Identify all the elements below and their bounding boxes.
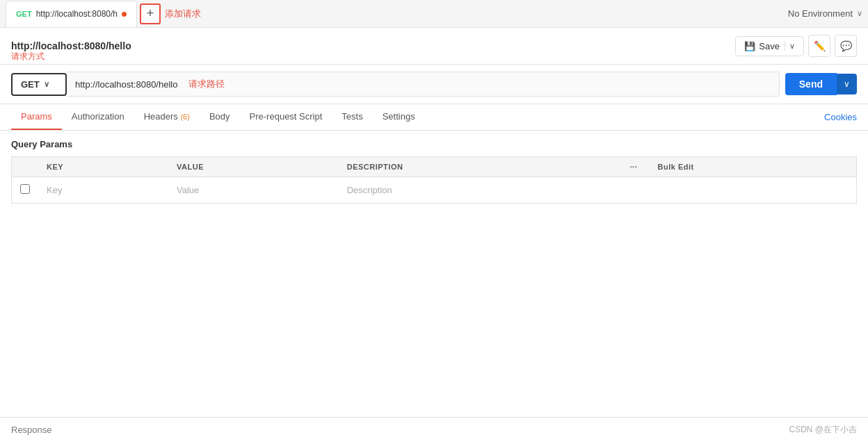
url-actions: 💾 Save ∨ ✏️ 💬 bbox=[735, 35, 857, 57]
environment-selector[interactable]: No Environment ∨ bbox=[788, 8, 862, 19]
method-label-annotation: 请求方式 bbox=[11, 51, 45, 63]
key-cell[interactable]: Key bbox=[38, 177, 168, 204]
send-chevron-icon: ∨ bbox=[844, 79, 850, 89]
tab-prerequest-label: Pre-request Script bbox=[250, 111, 323, 122]
th-checkbox bbox=[12, 157, 39, 177]
row-checkbox-cell[interactable] bbox=[12, 177, 39, 204]
tab-headers-label: Headers bbox=[144, 111, 178, 122]
description-cell[interactable]: Description bbox=[339, 177, 622, 204]
query-params-title: Query Params bbox=[11, 139, 857, 149]
tab-settings-label: Settings bbox=[383, 111, 415, 122]
method-chevron-icon: ∨ bbox=[44, 80, 49, 89]
request-tabs: Params Authorization Headers (6) Body Pr… bbox=[0, 104, 868, 131]
request-line: 请求方式 GET ∨ http://localhost:8080/hello 请… bbox=[0, 65, 868, 104]
method-value: GET bbox=[21, 79, 40, 90]
method-badge: GET bbox=[16, 10, 32, 18]
tab-tests[interactable]: Tests bbox=[332, 104, 372, 130]
env-label: No Environment bbox=[788, 8, 853, 19]
tab-tests-label: Tests bbox=[341, 111, 362, 122]
value-cell[interactable]: Value bbox=[168, 177, 339, 204]
table-header-row: KEY VALUE DESCRIPTION ··· Bulk Edit bbox=[12, 157, 857, 177]
add-tab-button[interactable]: + bbox=[140, 3, 161, 24]
request-tab[interactable]: GET http://localhost:8080/h bbox=[6, 1, 137, 27]
chevron-down-icon: ∨ bbox=[857, 9, 862, 18]
edit-button[interactable]: ✏️ bbox=[808, 35, 830, 57]
unsaved-dot bbox=[122, 12, 127, 17]
send-dropdown-button[interactable]: ∨ bbox=[837, 74, 857, 95]
th-bulk-edit[interactable]: Bulk Edit bbox=[650, 157, 857, 177]
save-button[interactable]: 💾 Save ∨ bbox=[735, 36, 804, 56]
headers-badge: (6) bbox=[180, 113, 189, 121]
method-selector[interactable]: GET ∨ bbox=[11, 73, 67, 96]
save-label: Save bbox=[759, 41, 780, 51]
th-description: DESCRIPTION bbox=[339, 157, 622, 177]
tab-headers[interactable]: Headers (6) bbox=[134, 104, 200, 130]
dots-cell bbox=[622, 177, 650, 204]
url-input-value: http://localhost:8080/hello bbox=[75, 79, 177, 90]
table-row: Key Value Description bbox=[12, 177, 857, 204]
row-checkbox[interactable] bbox=[20, 184, 30, 194]
params-section: Query Params KEY VALUE DESCRIPTION ··· B… bbox=[0, 131, 868, 204]
th-value: VALUE bbox=[168, 157, 339, 177]
add-tab-label: 添加请求 bbox=[165, 8, 201, 20]
th-dots: ··· bbox=[622, 157, 650, 177]
params-table: KEY VALUE DESCRIPTION ··· Bulk Edit Key … bbox=[11, 156, 857, 204]
url-bar: http://localhost:8080/hello 💾 Save ∨ ✏️ … bbox=[0, 28, 868, 65]
tab-params[interactable]: Params bbox=[11, 104, 62, 130]
tab-body[interactable]: Body bbox=[200, 104, 240, 130]
edit-icon: ✏️ bbox=[814, 40, 826, 51]
send-main-button[interactable]: Send bbox=[785, 73, 837, 95]
th-key: KEY bbox=[38, 157, 168, 177]
tab-url: http://localhost:8080/h bbox=[36, 9, 118, 19]
send-button-group: Send ∨ bbox=[785, 73, 857, 95]
cookies-link[interactable]: Cookies bbox=[824, 112, 857, 122]
save-chevron-icon[interactable]: ∨ bbox=[785, 42, 795, 51]
comment-icon: 💬 bbox=[840, 40, 852, 51]
tab-bar: GET http://localhost:8080/h + 添加请求 No En… bbox=[0, 0, 868, 28]
request-url-display: http://localhost:8080/hello bbox=[11, 40, 735, 51]
tab-params-label: Params bbox=[21, 111, 52, 122]
tab-settings[interactable]: Settings bbox=[373, 104, 425, 130]
url-input[interactable]: http://localhost:8080/hello 请求路径 bbox=[67, 72, 780, 97]
tab-prerequest[interactable]: Pre-request Script bbox=[240, 104, 332, 130]
tab-authorization-label: Authorization bbox=[72, 111, 124, 122]
tab-body-label: Body bbox=[209, 111, 230, 122]
tab-authorization[interactable]: Authorization bbox=[62, 104, 134, 130]
bulk-cell bbox=[650, 177, 857, 204]
comment-button[interactable]: 💬 bbox=[835, 35, 857, 57]
url-label-annotation: 请求路径 bbox=[188, 78, 225, 90]
save-icon: 💾 bbox=[744, 41, 755, 51]
